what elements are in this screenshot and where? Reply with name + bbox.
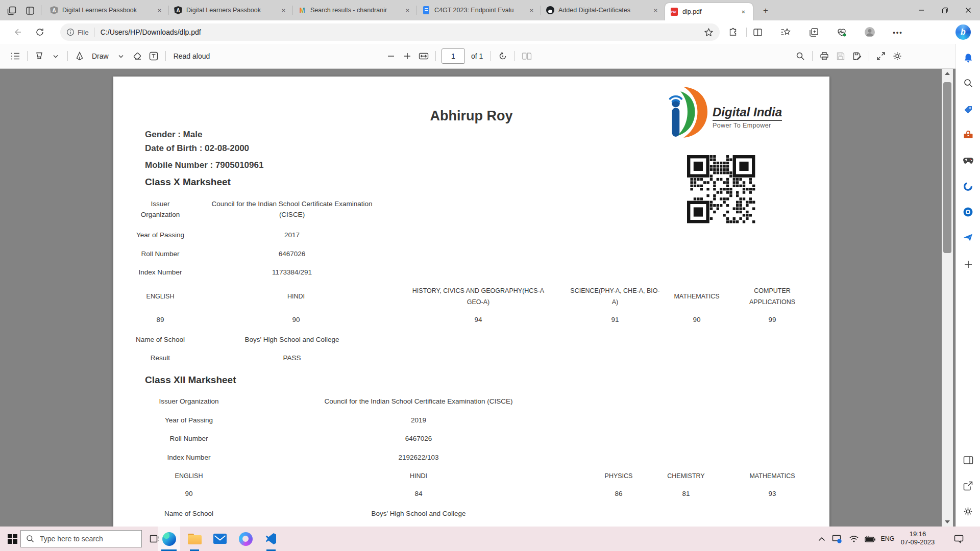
taskbar-copilot-icon[interactable]: [234, 527, 257, 551]
browser-essentials-icon[interactable]: [836, 26, 848, 38]
tab-title: C4GT 2023: Endpoint Evalu: [434, 7, 523, 14]
eraser-icon[interactable]: [129, 47, 145, 65]
favorite-star-icon[interactable]: [704, 28, 714, 37]
tray-language-label[interactable]: ENG: [879, 527, 896, 551]
url-text[interactable]: C:/Users/HP/Downloads/dlp.pdf: [101, 28, 704, 36]
tray-clock[interactable]: 19:16 07-09-2023: [894, 530, 941, 546]
settings-menu-icon[interactable]: [892, 26, 904, 38]
refresh-icon[interactable]: [33, 25, 47, 39]
page-view-icon: [519, 47, 535, 65]
highlighter-dropdown-chevron-icon[interactable]: [47, 47, 64, 65]
collections-icon[interactable]: [807, 26, 820, 38]
draw-dropdown-chevron-icon[interactable]: [113, 47, 129, 65]
close-tab-icon[interactable]: [155, 6, 164, 15]
address-bar[interactable]: File C:/Users/HP/Downloads/dlp.pdf: [60, 23, 720, 41]
notifications-bell-icon[interactable]: [956, 49, 980, 67]
tab-c4gt-endpoint[interactable]: C4GT 2023: Endpoint Evalu: [417, 0, 541, 20]
close-tab-icon[interactable]: [403, 6, 412, 15]
restore-button[interactable]: [933, 0, 957, 20]
close-tab-icon[interactable]: [279, 6, 288, 15]
table-of-contents-icon[interactable]: [7, 47, 23, 65]
profile-avatar[interactable]: [864, 26, 876, 38]
draw-label[interactable]: Draw: [92, 52, 109, 60]
taskbar-edge-icon[interactable]: [158, 527, 180, 551]
scroll-up-icon[interactable]: [942, 69, 953, 78]
tab-title: Digital Learners Passbook: [62, 7, 151, 14]
add-sidebar-app-icon[interactable]: [956, 255, 980, 273]
address-row: File C:/Users/HP/Downloads/dlp.pdf: [0, 20, 980, 44]
subject-score: 90: [260, 316, 332, 323]
tools-toolbox-icon[interactable]: [956, 126, 980, 144]
vertical-scrollbar[interactable]: [942, 69, 953, 527]
detail-value: 2017: [205, 230, 379, 241]
minimize-button[interactable]: [910, 0, 933, 20]
open-external-icon[interactable]: [956, 477, 980, 495]
extensions-icon[interactable]: [727, 26, 739, 38]
taskbar-file-explorer-icon[interactable]: [183, 527, 206, 551]
split-screen-icon[interactable]: [751, 26, 764, 38]
favorites-icon[interactable]: [779, 26, 792, 38]
sidebar-settings-gear-icon[interactable]: [956, 502, 980, 520]
page-number-input[interactable]: [442, 48, 465, 64]
zoom-out-icon[interactable]: [383, 47, 399, 65]
add-text-icon[interactable]: [145, 47, 162, 65]
screen: Digital Learners Passbook Digital Learne…: [0, 0, 980, 551]
new-tab-button[interactable]: [760, 5, 772, 17]
close-tab-icon[interactable]: [651, 6, 660, 15]
read-aloud-button[interactable]: Read aloud: [174, 52, 210, 60]
microsoft-365-icon[interactable]: [956, 177, 980, 195]
sidebar-search-icon[interactable]: [956, 74, 980, 92]
drop-paper-plane-icon[interactable]: [956, 228, 980, 246]
tray-wifi-icon[interactable]: [846, 527, 862, 551]
fullscreen-icon[interactable]: [873, 47, 889, 65]
detail-value: 6467026: [306, 434, 531, 444]
search-input[interactable]: [39, 534, 136, 543]
school-value: Boys' High School and College: [205, 335, 379, 345]
tab-digital-learners-passbook-1[interactable]: Digital Learners Passbook: [45, 0, 169, 20]
draw-pen-icon[interactable]: [71, 47, 88, 65]
search-document-icon[interactable]: [792, 47, 808, 65]
scroll-down-icon[interactable]: [942, 517, 953, 527]
subject-header: HINDI: [260, 285, 332, 309]
angular-icon: [174, 6, 182, 14]
close-tab-icon[interactable]: [739, 8, 748, 16]
tab-search-results[interactable]: Search results - chandranir: [293, 0, 417, 20]
shopping-tag-icon[interactable]: [956, 101, 980, 119]
print-icon[interactable]: [816, 47, 832, 65]
detail-label: Roll Number: [122, 249, 199, 260]
fit-to-width-icon[interactable]: [415, 47, 432, 65]
save-as-icon[interactable]: [849, 47, 865, 65]
file-label: File: [78, 29, 89, 36]
sidebar-panel-icon[interactable]: [956, 451, 980, 469]
subject-header: MATHEMATICS: [737, 471, 808, 481]
page-count-label: of 1: [471, 52, 483, 60]
tab-actions-icon[interactable]: [23, 4, 37, 17]
pdf-icon: [671, 8, 678, 16]
tray-battery-icon[interactable]: [863, 527, 878, 551]
tab-digital-learners-passbook-2[interactable]: Digital Learners Passbook: [169, 0, 293, 20]
workspaces-icon[interactable]: [5, 4, 18, 17]
copilot-icon[interactable]: [955, 24, 971, 40]
games-icon[interactable]: [956, 152, 980, 170]
outlook-icon[interactable]: [956, 203, 980, 221]
pdf-settings-gear-icon[interactable]: [889, 47, 905, 65]
tray-expand-chevron-icon[interactable]: [815, 527, 829, 551]
scrollbar-thumb[interactable]: [943, 82, 951, 253]
zoom-in-icon[interactable]: [399, 47, 415, 65]
tab-dlp-pdf-active[interactable]: dlp.pdf: [665, 3, 753, 20]
start-button[interactable]: [4, 527, 20, 551]
back-icon[interactable]: [10, 25, 24, 39]
taskbar-mail-icon[interactable]: [209, 527, 231, 551]
tray-sync-display-icon[interactable]: [830, 527, 844, 551]
tab-added-digital-certificates[interactable]: Added Digital-Certificates: [541, 0, 665, 20]
taskbar-search-box[interactable]: [20, 530, 142, 547]
close-window-button[interactable]: [957, 0, 980, 20]
rotate-icon[interactable]: [495, 47, 511, 65]
highlighter-icon[interactable]: [31, 47, 47, 65]
info-icon[interactable]: [66, 28, 75, 36]
divider: [41, 5, 41, 15]
close-tab-icon[interactable]: [527, 6, 536, 15]
action-center-icon[interactable]: [947, 527, 970, 551]
taskbar-vscode-icon[interactable]: [260, 527, 282, 551]
pdf-viewport[interactable]: Abhirup Roy Digital India Power To Empow…: [0, 69, 955, 527]
